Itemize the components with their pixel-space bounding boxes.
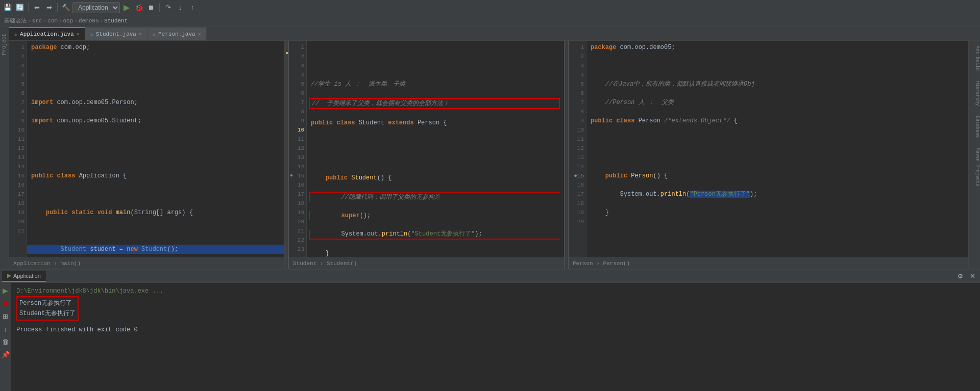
code-person[interactable]: package com.oop.demo05; //在Java中，所有的类，都默… xyxy=(586,41,968,257)
hierarchy-label[interactable]: Hierarchy xyxy=(969,81,980,106)
divider-indicator xyxy=(286,52,288,54)
editor-student: 12345 678910 11121314●15 1617181920 2122… xyxy=(289,41,565,269)
editor-application: 12345 678910 1112131415 1617181920 21 pa… xyxy=(9,41,285,269)
run-command-text: D:\Environment\jdk8\jdk\bin\java.exe ... xyxy=(16,288,163,295)
restore-layout-button[interactable]: ⊞ xyxy=(0,310,11,322)
tab-student-label: Student.java xyxy=(96,31,136,37)
java-icon2: ☕ xyxy=(90,31,93,37)
output-line-1: Person无参执行了 Student无参执行了 xyxy=(16,296,975,321)
bc-base[interactable]: 基础语法 xyxy=(4,17,27,24)
bc-oop[interactable]: oop xyxy=(63,18,73,24)
forward-button[interactable]: ➡ xyxy=(43,2,55,13)
pin-button[interactable]: 📌 xyxy=(0,349,11,360)
run-sidebar: ▶ ■ ⊞ ↓ 🗑 📌 xyxy=(0,283,11,391)
bottom-tab-actions: ⚙ ✕ xyxy=(954,271,978,282)
step-into-button[interactable]: ↓ xyxy=(175,2,186,13)
bc-src[interactable]: src xyxy=(32,18,42,24)
separator2 xyxy=(57,3,58,12)
run-button[interactable]: ▶ xyxy=(121,2,132,13)
app-selector[interactable]: Application xyxy=(72,2,120,13)
toolbar: 💾 🔄 ⬅ ➡ 🔨 Application ▶ 🐞 ⏹ ↷ ↓ ↑ xyxy=(0,0,980,15)
editor-divider-2 xyxy=(565,41,569,269)
bottom-area: ▶ Application ⚙ ✕ ▶ ■ ⊞ ↓ 🗑 📌 D:\Environ… xyxy=(0,269,980,391)
bc-com[interactable]: com xyxy=(47,18,58,24)
stop-run-button[interactable]: ■ xyxy=(0,298,11,309)
breadcrumb: 基础语法 › src › com › oop › demo05 › Studen… xyxy=(0,15,980,27)
exit-message: Process finished with exit code 0 xyxy=(16,325,975,335)
tab-close-application[interactable]: ✕ xyxy=(77,31,80,37)
editor-area: ☕ Application.java ✕ ☕ Student.java ✕ ☕ … xyxy=(9,27,980,269)
editor-person: 12345 678910 11121314●15 1617181920 pack… xyxy=(569,41,969,269)
java-icon3: ☕ xyxy=(153,31,156,37)
run-command-line: D:\Environment\jdk8\jdk\bin\java.exe ... xyxy=(16,286,975,296)
code-student[interactable]: //学生 is 人 ： 派生类、子类 // 子类继承了父类，就会拥有父类的全部方… xyxy=(307,41,564,257)
editor2-breadcrumb-text: Student › Student() xyxy=(293,260,357,267)
java-icon: ☕ xyxy=(14,31,17,37)
project-label[interactable]: Project xyxy=(2,34,7,55)
main-area: Project ☕ Application.java ✕ ☕ Student.j… xyxy=(0,27,980,269)
tab-person-label: Person.java xyxy=(158,31,195,37)
run-output: D:\Environment\jdk8\jdk\bin\java.exe ...… xyxy=(11,283,980,391)
separator xyxy=(28,3,29,12)
separator3 xyxy=(159,3,160,12)
tab-student[interactable]: ☕ Student.java ✕ xyxy=(85,27,148,40)
tab-close-person[interactable]: ✕ xyxy=(198,31,201,37)
editor-application-content[interactable]: 12345 678910 1112131415 1617181920 21 pa… xyxy=(9,41,284,257)
exit-message-text: Process finished with exit code 0 xyxy=(16,326,138,333)
tab-bar: ☕ Application.java ✕ ☕ Student.java ✕ ☕ … xyxy=(9,27,980,41)
editor3-breadcrumb: Person › Person() xyxy=(569,257,968,269)
bottom-content: ▶ ■ ⊞ ↓ 🗑 📌 D:\Environment\jdk8\jdk\bin\… xyxy=(0,283,980,391)
bc-student: Student xyxy=(104,18,128,24)
editor-student-content[interactable]: 12345 678910 11121314●15 1617181920 2122… xyxy=(289,41,564,257)
sync-button[interactable]: 🔄 xyxy=(14,2,26,13)
editor1-breadcrumb-text: Application › main() xyxy=(13,260,81,267)
project-panel: Project xyxy=(0,27,9,269)
step-out-button[interactable]: ↑ xyxy=(187,2,198,13)
back-button[interactable]: ⬅ xyxy=(31,2,42,13)
build-button[interactable]: 🔨 xyxy=(60,2,71,13)
scroll-to-end-button[interactable]: ↓ xyxy=(0,323,11,334)
right-panels: Ant Build Hierarchy Database Maven Proje… xyxy=(969,41,980,269)
tab-person[interactable]: ☕ Person.java ✕ xyxy=(148,27,207,40)
save-button[interactable]: 💾 xyxy=(2,2,13,13)
output-person: Person无参执行了 xyxy=(19,300,72,307)
output-box: Person无参执行了 Student无参执行了 xyxy=(16,296,79,321)
run-tab-label: Application xyxy=(13,273,41,279)
bc-demo05[interactable]: demo05 xyxy=(79,18,99,24)
run-tab[interactable]: ▶ Application xyxy=(2,271,46,282)
tab-application-label: Application.java xyxy=(20,31,74,37)
clear-output-button[interactable]: 🗑 xyxy=(0,336,11,347)
output-student: Student无参执行了 xyxy=(19,310,76,317)
tab-close-student[interactable]: ✕ xyxy=(139,31,142,37)
stop-button[interactable]: ⏹ xyxy=(145,2,157,13)
maven-label[interactable]: Maven Projects xyxy=(969,148,980,187)
line-numbers-3: 12345 678910 11121314●15 1617181920 xyxy=(569,41,586,257)
step-over-button[interactable]: ↷ xyxy=(162,2,174,13)
code-application[interactable]: package com.oop; import com.oop.demo05.P… xyxy=(27,41,284,257)
run-again-button[interactable]: ▶ xyxy=(0,285,11,296)
database-label[interactable]: Database xyxy=(969,116,980,138)
line-numbers-1: 12345 678910 1112131415 1617181920 21 xyxy=(9,41,27,257)
editor3-breadcrumb-text: Person › Person() xyxy=(573,260,630,267)
editor2-breadcrumb: Student › Student() xyxy=(289,257,564,269)
debug-button[interactable]: 🐞 xyxy=(133,2,144,13)
line-numbers-2: 12345 678910 11121314●15 1617181920 2122… xyxy=(289,41,307,257)
ant-build-label[interactable]: Ant Build xyxy=(969,46,980,71)
editor1-breadcrumb: Application › main() xyxy=(9,257,284,269)
run-tab-icon: ▶ xyxy=(7,272,11,279)
editors: 12345 678910 1112131415 1617181920 21 pa… xyxy=(9,41,980,269)
close-bottom-button[interactable]: ✕ xyxy=(967,271,978,282)
tab-application[interactable]: ☕ Application.java ✕ xyxy=(9,27,85,40)
bottom-tab-bar: ▶ Application ⚙ ✕ xyxy=(0,270,980,283)
settings-button[interactable]: ⚙ xyxy=(954,271,966,282)
editor-divider-1 xyxy=(285,41,289,269)
editor-person-content[interactable]: 12345 678910 11121314●15 1617181920 pack… xyxy=(569,41,968,257)
